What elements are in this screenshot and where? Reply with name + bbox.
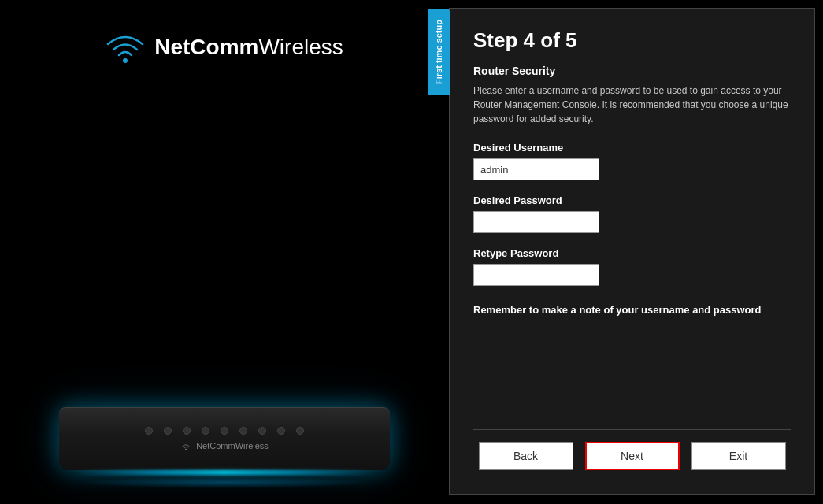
light-7 [277, 427, 285, 435]
retype-password-input[interactable] [473, 264, 599, 286]
username-group: Desired Username [473, 142, 791, 180]
left-panel: NetCommWireless Net [0, 0, 449, 504]
light-1 [164, 427, 172, 435]
svg-point-0 [123, 58, 128, 63]
back-button[interactable]: Back [479, 442, 573, 470]
logo-text: NetCommWireless [154, 35, 343, 60]
section-label: Router Security [473, 65, 791, 77]
light-4 [221, 427, 228, 435]
panel-content: Step 4 of 5 Router Security Please enter… [450, 9, 814, 494]
light-3 [202, 427, 209, 435]
logo-area: NetCommWireless [106, 32, 343, 63]
light-5 [239, 427, 247, 435]
router-brand-label: NetCommWireless [180, 441, 269, 450]
retype-password-group: Retype Password [473, 247, 791, 286]
reminder-text: Remember to make a note of your username… [473, 304, 791, 316]
svg-point-1 [185, 449, 187, 450]
router-glow [59, 470, 390, 475]
username-label: Desired Username [473, 142, 791, 154]
button-row: Back Next Exit [473, 429, 791, 478]
description-text: Please enter a username and password to … [473, 83, 791, 126]
right-panel: First time setup Step 4 of 5 Router Secu… [449, 8, 815, 495]
light-6 [258, 427, 266, 435]
retype-password-label: Retype Password [473, 247, 791, 259]
password-label: Desired Password [473, 195, 791, 206]
router-body: NetCommWireless [59, 407, 390, 470]
step-title: Step 4 of 5 [473, 28, 791, 53]
exit-button[interactable]: Exit [691, 442, 786, 470]
username-input[interactable] [473, 158, 599, 180]
router-image: NetCommWireless [24, 407, 425, 488]
router-shadow [75, 476, 374, 488]
password-group: Desired Password [473, 195, 791, 233]
router-lights [145, 427, 304, 435]
netcomm-logo-icon [106, 32, 145, 63]
next-button[interactable]: Next [585, 442, 680, 470]
first-time-setup-tab: First time setup [428, 9, 450, 95]
light-2 [183, 427, 191, 435]
light-8 [296, 427, 304, 435]
password-input[interactable] [473, 211, 599, 233]
light-power [145, 427, 153, 435]
